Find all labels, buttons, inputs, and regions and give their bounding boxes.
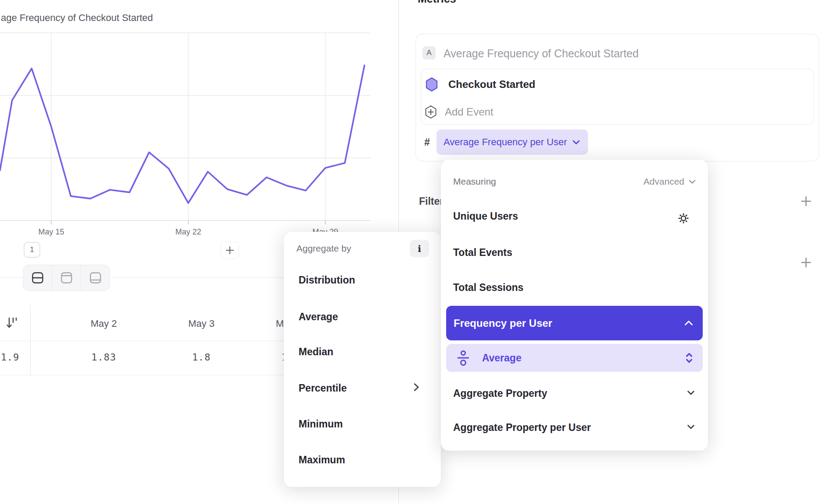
divide-icon [456, 350, 471, 366]
series-title[interactable]: Average Frequency of Checkout Started [444, 47, 639, 60]
menu-item-minimum[interactable]: Minimum [299, 418, 343, 430]
split-top-icon [60, 271, 73, 284]
menu-item-average[interactable]: Average [299, 311, 338, 323]
axis-tick-label: May 15 [38, 228, 64, 236]
menu-item-total-events[interactable]: Total Events [453, 247, 512, 259]
menu-item-aggregate-property[interactable]: Aggregate Property [453, 388, 547, 399]
split-bottom-icon [89, 271, 102, 284]
add-event-hexagon-plus-icon [424, 105, 437, 119]
measuring-menu-title: Measuring [453, 176, 496, 187]
chevron-right-icon [413, 382, 419, 392]
layout-split-bottom-button[interactable] [81, 265, 109, 290]
selected-item-label: Frequency per User [454, 317, 552, 329]
menu-item-total-sessions[interactable]: Total Sessions [453, 282, 524, 294]
add-event-label: Add Event [445, 106, 493, 118]
app-canvas: age Frequency of Checkout Started May 15… [0, 0, 831, 504]
layout-toggle-group [23, 265, 110, 291]
info-button[interactable]: i [410, 240, 429, 257]
table-col-header[interactable]: May 2 [60, 318, 148, 330]
aggregate-by-menu: Aggregate by i Distribution Average Medi… [284, 232, 441, 487]
event-hexagon-icon [425, 77, 438, 92]
split-middle-icon [31, 271, 44, 284]
layout-split-top-button[interactable] [52, 265, 81, 290]
table-cell: 1.9 [0, 351, 20, 364]
subitem-label: Average [482, 352, 685, 364]
plus-icon [800, 257, 812, 268]
layout-split-middle-button[interactable] [23, 265, 52, 290]
sort-updown-icon [685, 352, 693, 364]
chevron-down-icon [687, 424, 695, 430]
add-breakdown-button[interactable] [799, 256, 813, 269]
add-filter-button[interactable] [799, 195, 813, 208]
axis-tick-label: May 22 [175, 228, 201, 236]
chevron-down-icon [689, 179, 696, 184]
series-badge: A [423, 46, 436, 60]
menu-item-aggregate-property-per-user[interactable]: Aggregate Property per User [453, 422, 591, 434]
advanced-dropdown[interactable]: Advanced [644, 176, 696, 187]
metrics-panel-title: Metrics [418, 0, 456, 5]
measuring-menu: Measuring Advanced Unique Users Total Ev… [441, 160, 708, 451]
table-column-divider [30, 305, 31, 375]
chevron-down-icon [687, 390, 695, 396]
plus-icon [800, 196, 812, 207]
table-cell: 1.8 [158, 351, 245, 364]
table-cell: 1.83 [60, 351, 148, 364]
aggregate-by-menu-title: Aggregate by [296, 243, 351, 254]
metric-chip-label: Average Frequency per User [444, 136, 567, 148]
table-col-header[interactable]: May 3 [158, 318, 245, 330]
chevron-up-icon [684, 320, 693, 326]
add-segment-button[interactable] [221, 242, 239, 259]
menu-item-unique-users[interactable]: Unique Users [453, 210, 518, 222]
plus-icon [225, 246, 234, 255]
event-name[interactable]: Checkout Started [448, 78, 535, 91]
menu-subitem-average[interactable]: Average [446, 344, 703, 372]
menu-item-percentile[interactable]: Percentile [299, 382, 347, 394]
line-chart: May 15May 22May 29 [0, 0, 398, 243]
chevron-down-icon [572, 140, 580, 145]
segment-badge[interactable]: 1 [24, 242, 40, 258]
metric-dropdown-chip[interactable]: Average Frequency per User [437, 130, 588, 155]
add-event-button[interactable]: Add Event [424, 105, 493, 119]
metric-type-symbol: # [424, 136, 430, 148]
menu-item-distribution[interactable]: Distribution [299, 274, 355, 286]
advanced-label: Advanced [644, 176, 684, 187]
menu-item-maximum[interactable]: Maximum [299, 454, 345, 466]
menu-item-frequency-per-user-selected[interactable]: Frequency per User [446, 306, 703, 340]
menu-item-median[interactable]: Median [299, 346, 333, 358]
gear-icon[interactable] [676, 211, 690, 225]
table-col-header[interactable] [0, 318, 20, 330]
series-line [0, 65, 364, 203]
